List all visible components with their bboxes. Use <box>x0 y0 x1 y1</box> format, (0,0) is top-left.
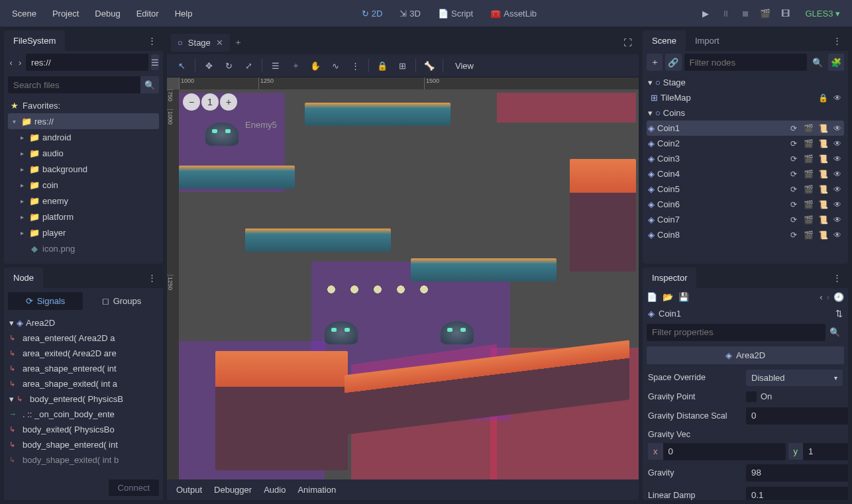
attatch-script-icon[interactable]: 🧩 <box>828 54 844 71</box>
menu-scene[interactable]: Scene <box>5 5 43 23</box>
add-tab-button[interactable]: ＋ <box>234 36 242 48</box>
zoom-reset-button[interactable]: 1 <box>201 93 219 111</box>
signal-body-shape-entered[interactable]: ↳body_shape_entered( int <box>8 437 159 452</box>
search-icon[interactable]: 🔍 <box>810 54 825 71</box>
folder-audio[interactable]: ▸📁audio <box>8 145 159 161</box>
node-coins-group[interactable]: ▾○Coins <box>647 105 844 121</box>
folder-player[interactable]: ▸📁player <box>8 225 159 240</box>
group-tool[interactable]: ⊞ <box>393 57 411 74</box>
chevron-down-icon[interactable]: ▾ <box>9 318 14 328</box>
viewport-canvas[interactable]: 1000 1250 1500 750 1000 1250 − 1 + <box>167 77 639 479</box>
move-tool[interactable]: ✥ <box>199 57 218 74</box>
folder-enemy[interactable]: ▸📁enemy <box>8 193 159 209</box>
menu-editor[interactable]: Editor <box>130 5 166 23</box>
signal-area-shape-entered[interactable]: ↳area_shape_entered( int <box>8 361 159 376</box>
history-icon[interactable]: 🕘 <box>833 292 844 302</box>
chevron-down-icon[interactable]: ▾ <box>648 108 653 118</box>
chevron-right-icon[interactable]: ▸ <box>17 197 27 205</box>
scene-tab-stage[interactable]: ○ Stage ✕ <box>171 34 230 52</box>
linear-damp-input[interactable] <box>746 487 848 501</box>
zoom-in-button[interactable]: + <box>220 93 237 111</box>
path-input[interactable] <box>26 54 148 71</box>
stop-button[interactable]: ⏹ <box>739 7 752 20</box>
rotate-tool[interactable]: ↻ <box>219 57 238 74</box>
script-icon[interactable]: 📜 <box>818 215 828 225</box>
visibility-icon[interactable]: 👁 <box>832 93 843 103</box>
search-icon[interactable]: 🔍 <box>140 76 159 93</box>
signal-area-entered[interactable]: ↳area_entered( Area2D a <box>8 330 159 346</box>
file-icon-png[interactable]: ◆icon.png <box>8 240 159 256</box>
visibility-icon[interactable]: 👁 <box>832 170 843 179</box>
gravity-input[interactable] <box>746 464 848 481</box>
list-select-tool[interactable]: ☰ <box>266 57 285 74</box>
res-root-folder[interactable]: ▾ 📁 res:// <box>8 113 159 129</box>
toolbar-more-icon[interactable]: ⋮ <box>346 57 364 74</box>
debugger-tab[interactable]: Debugger <box>214 485 252 495</box>
pan-tool[interactable]: ✋ <box>306 57 325 74</box>
groups-tab[interactable]: ◻Groups <box>84 292 159 310</box>
pivot-tool[interactable]: ✦ <box>286 57 305 74</box>
folder-android[interactable]: ▸📁android <box>8 129 159 145</box>
output-tab[interactable]: Output <box>176 485 202 495</box>
gravity-dist-input[interactable] <box>746 407 848 425</box>
visibility-icon[interactable]: 👁 <box>832 154 843 164</box>
instance-icon[interactable]: 🎬 <box>803 185 814 194</box>
chevron-right-icon[interactable]: ▸ <box>17 166 27 173</box>
node-coin2[interactable]: ◈Coin2⟳🎬📜👁 <box>647 136 844 151</box>
instance-icon[interactable]: 🎬 <box>803 139 814 148</box>
node-stage[interactable]: ▾○Stage <box>647 75 844 90</box>
visibility-icon[interactable]: 👁 <box>832 200 843 209</box>
gravity-vec-y-input[interactable] <box>803 443 848 460</box>
signal-area-exited[interactable]: ↳area_exited( Area2D are <box>8 346 159 361</box>
signal-icon[interactable]: ⟳ <box>788 230 799 240</box>
folder-coin[interactable]: ▸📁coin <box>8 177 159 193</box>
lock-icon[interactable]: 🔒 <box>818 93 828 103</box>
signal-connection[interactable]: →. :: _on_coin_body_ente <box>8 407 159 422</box>
instance-icon[interactable]: 🎬 <box>803 170 814 179</box>
ruler-tool[interactable]: ∿ <box>326 57 345 74</box>
visibility-icon[interactable]: 👁 <box>832 139 843 148</box>
expand-props-icon[interactable]: ⇅ <box>835 309 843 319</box>
filter-nodes-input[interactable] <box>684 54 807 71</box>
signals-tab[interactable]: ⟳Signals <box>8 292 83 310</box>
signal-area-shape-exited[interactable]: ↳area_shape_exited( int a <box>8 376 159 391</box>
prop-space-override-select[interactable]: Disabled▾ <box>746 370 843 386</box>
script-icon[interactable]: 📜 <box>818 230 828 240</box>
node-tilemap[interactable]: ⊞TileMap🔒👁 <box>647 90 844 105</box>
script-icon[interactable]: 📜 <box>818 200 828 209</box>
signal-icon[interactable]: ⟳ <box>788 124 799 133</box>
folder-background[interactable]: ▸📁background <box>8 161 159 177</box>
play-custom-button[interactable]: 🎞 <box>778 7 792 20</box>
filter-properties-input[interactable] <box>647 324 825 341</box>
gravity-point-checkbox[interactable] <box>746 391 757 402</box>
menu-project[interactable]: Project <box>46 5 85 23</box>
view-menu[interactable]: View <box>447 58 482 74</box>
class-section-header[interactable]: ◈ Area2D <box>647 346 844 364</box>
load-resource-icon[interactable]: 📂 <box>663 292 673 302</box>
visibility-icon[interactable]: 👁 <box>832 185 843 194</box>
inspector-tab[interactable]: Inspector <box>643 268 696 288</box>
close-icon[interactable]: ✕ <box>216 38 223 48</box>
bone-tool[interactable]: 🦴 <box>420 57 439 74</box>
import-tab[interactable]: Import <box>686 30 729 51</box>
audio-tab[interactable]: Audio <box>264 485 286 495</box>
node-coin3[interactable]: ◈Coin3⟳🎬📜👁 <box>647 151 844 166</box>
chevron-right-icon[interactable]: ▸ <box>17 213 27 221</box>
scale-tool[interactable]: ⤢ <box>239 57 258 74</box>
signal-icon[interactable]: ⟳ <box>788 185 799 194</box>
panel-options-icon[interactable]: ⋮ <box>826 30 848 51</box>
add-node-button[interactable]: ＋ <box>647 54 663 71</box>
animation-tab[interactable]: Animation <box>297 485 336 495</box>
select-tool[interactable]: ↖ <box>172 57 191 74</box>
node-coin5[interactable]: ◈Coin5⟳🎬📜👁 <box>647 181 844 197</box>
visibility-icon[interactable]: 👁 <box>832 230 843 240</box>
script-icon[interactable]: 📜 <box>818 185 828 194</box>
script-icon[interactable]: 📜 <box>818 139 828 148</box>
node-coin1[interactable]: ◈Coin1⟳🎬📜👁 <box>647 121 844 136</box>
panel-options-icon[interactable]: ⋮ <box>141 268 163 288</box>
renderer-select[interactable]: GLES3 ▾ <box>798 6 847 21</box>
menu-help[interactable]: Help <box>168 5 199 23</box>
chevron-right-icon[interactable]: ▸ <box>17 134 27 141</box>
instance-icon[interactable]: 🎬 <box>803 230 814 240</box>
node-tab[interactable]: Node <box>4 268 43 288</box>
